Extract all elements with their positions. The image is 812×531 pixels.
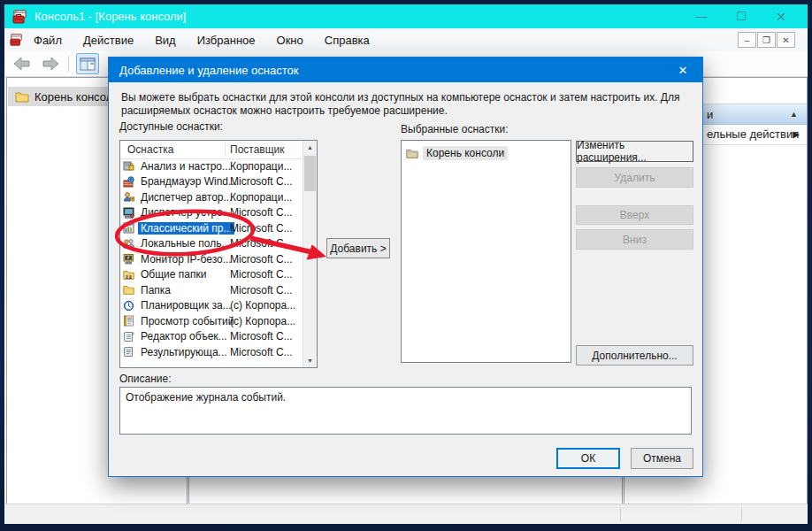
available-rows: Анализ и настро...Корпораци...Брандмауэр… [120, 158, 303, 367]
mmc-app-icon [12, 10, 27, 24]
snapin-row[interactable]: ПапкаMicrosoft C... [120, 282, 303, 298]
snapin-name: Редактор объек... [138, 330, 230, 342]
mdi-restore-button[interactable]: ❐ [757, 32, 776, 48]
actions-item-text: ельные действия [707, 127, 799, 141]
menu-item[interactable]: Справка [325, 34, 370, 47]
snapin-name: Диспетчер устро... [138, 206, 234, 219]
snapin-row[interactable]: Редактор объек...Microsoft C... [120, 329, 303, 345]
edit-extensions-button[interactable]: Изменить расширения... [576, 141, 693, 162]
mdi-minimize-button[interactable]: – [738, 32, 756, 48]
list-header[interactable]: Оснастка Поставщик [120, 141, 303, 159]
selected-snapin-name: Корень консоли [423, 146, 508, 160]
move-up-button: Вверх [576, 205, 693, 225]
snapin-name: Планировщик за... [138, 299, 234, 312]
snapin-row[interactable]: Диспетчер автор...Корпораци... [120, 189, 303, 205]
snapin-vendor: (с) Корпора... [230, 299, 295, 312]
snapin-vendor: Корпораци... [230, 191, 292, 204]
description-label: Описание: [119, 373, 172, 385]
snapin-row[interactable]: Общие папкиMicrosoft C... [120, 267, 303, 283]
firewall-icon [123, 176, 135, 188]
rsop-icon [123, 346, 135, 358]
snapin-vendor: Microsoft C... [230, 206, 293, 219]
console-tree-icon[interactable] [76, 53, 99, 74]
menu-item[interactable]: Вид [155, 34, 176, 47]
snapin-vendor: Microsoft C... [230, 253, 293, 266]
scroll-down-icon[interactable]: ▼ [303, 354, 317, 367]
snapin-vendor: Microsoft C... [230, 268, 293, 281]
close-button[interactable]: ✕ [763, 4, 799, 28]
cancel-button[interactable]: Отмена [631, 448, 693, 469]
actions-header-text: и [707, 108, 713, 121]
window-title: Консоль1 - [Корень консоли] [34, 10, 186, 23]
snapin-row[interactable]: Анализ и настро...Корпораци... [120, 158, 303, 174]
selected-snapins-label: Выбранные оснастки: [401, 123, 509, 135]
dialog-titlebar: Добавление и удаление оснасток ✕ [109, 58, 702, 82]
security-analysis-icon [123, 160, 135, 172]
scroll-up-icon[interactable]: ▲ [303, 141, 317, 154]
menu-bar: ФайлДействиеВидИзбранноеОкноСправка – ❐ … [4, 28, 808, 52]
add-button[interactable]: Добавить > [326, 238, 390, 258]
event-viewer-icon [123, 315, 135, 327]
maximize-button[interactable]: ☐ [724, 4, 759, 28]
snapin-row[interactable]: Классический пр...Microsoft C... [120, 220, 303, 236]
column-divider [225, 142, 226, 157]
scrollbar[interactable]: ▲ ▼ [303, 141, 317, 367]
snapin-row[interactable]: Диспетчер устро...Microsoft C... [120, 205, 303, 221]
classic-view-icon [123, 222, 135, 234]
move-down-button: Вниз [576, 229, 693, 250]
snapin-row[interactable]: Брандмауэр Wind...Microsoft C... [120, 174, 303, 190]
mdi-close-button[interactable]: ✕ [777, 32, 795, 48]
snapin-name: Анализ и настро... [138, 160, 234, 173]
minimize-button[interactable]: — [684, 4, 719, 28]
column-vendor[interactable]: Поставщик [230, 143, 285, 156]
snapin-row[interactable]: Просмотр событий(с) Корпора... [120, 313, 303, 329]
snapin-vendor: Microsoft C... [230, 222, 293, 235]
folder-icon [123, 284, 135, 296]
ok-button[interactable]: ОК [556, 448, 620, 469]
task-scheduler-icon [123, 300, 135, 312]
menu-item[interactable]: Файл [34, 34, 62, 47]
status-separator [620, 507, 621, 521]
snapin-row[interactable]: Планировщик за...(с) Корпора... [120, 298, 303, 314]
desktop: Консоль1 - [Корень консоли] — ☐ ✕ ФайлДе… [0, 0, 812, 531]
collapse-icon[interactable]: ▲ [790, 110, 798, 119]
advanced-button[interactable]: Дополнительно... [576, 345, 693, 366]
folder-khaki-icon [406, 148, 419, 159]
dialog-close-button[interactable]: ✕ [663, 58, 702, 82]
snapin-row[interactable]: Локальные поль...Microsoft C... [120, 236, 303, 252]
window-titlebar: Консоль1 - [Корень консоли] — ☐ ✕ [4, 4, 808, 28]
snapin-name: Результирующа... [138, 346, 230, 358]
snapin-name: Классический пр... [138, 222, 234, 235]
snapin-vendor: Корпораци... [230, 160, 292, 173]
back-icon[interactable] [11, 54, 33, 73]
authorization-manager-icon [123, 191, 135, 203]
column-snapin[interactable]: Оснастка [127, 143, 173, 156]
snapin-name: Папка [138, 284, 173, 296]
scroll-thumb[interactable] [304, 156, 316, 191]
folder-icon [15, 91, 29, 103]
menu-item[interactable]: Действие [83, 34, 134, 47]
available-snapins-list[interactable]: Оснастка Поставщик Анализ и настро...Кор… [119, 140, 318, 368]
menu-items: ФайлДействиеВидИзбранноеОкноСправка [34, 34, 370, 47]
forward-icon[interactable] [40, 54, 61, 73]
local-users-icon [123, 238, 135, 250]
snapin-name: Диспетчер автор... [138, 191, 235, 204]
policy-editor-icon [123, 331, 135, 342]
snapin-name: Общие папки [138, 268, 209, 281]
snapin-vendor: Microsoft C... [230, 330, 293, 342]
snapin-row[interactable]: Монитор IP-безо...Microsoft C... [120, 251, 303, 267]
selected-rows: Корень консоли [402, 144, 570, 162]
snapin-name: Брандмауэр Wind... [138, 175, 240, 188]
tree-item-label: Корень консоли [34, 90, 119, 104]
status-bar [4, 504, 808, 524]
snapin-vendor: Microsoft C... [230, 284, 293, 296]
snapin-vendor: (с) Корпора... [230, 315, 295, 327]
selected-snapin-row[interactable]: Корень консоли [402, 144, 570, 162]
remove-button: Удалить [576, 167, 693, 188]
snapin-vendor: Microsoft C... [230, 346, 293, 358]
menu-item[interactable]: Окно [277, 34, 303, 47]
snapin-row[interactable]: Результирующа...Microsoft C... [120, 344, 303, 360]
menu-item[interactable]: Избранное [197, 34, 256, 47]
chevron-right-icon: ▶ [793, 129, 800, 139]
selected-snapins-list[interactable]: Корень консоли [401, 140, 571, 363]
